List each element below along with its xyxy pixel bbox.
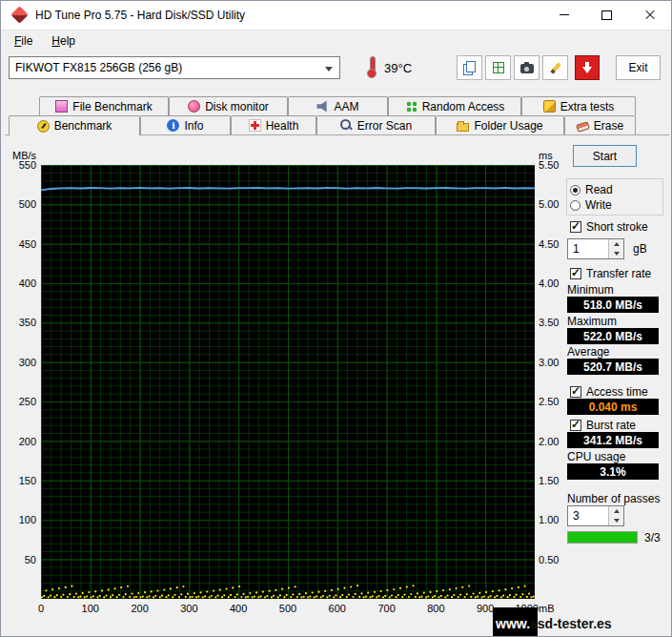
triangle-down-icon [614,519,620,523]
maximize-button[interactable] [585,1,628,29]
menu-help[interactable]: Help [46,32,81,50]
read-label: Read [585,183,613,196]
tab-aam[interactable]: AAM [288,96,388,115]
checkbox-icon [570,268,581,279]
temperature-readout: 39°C [384,61,412,75]
screenshot-button[interactable] [514,55,540,80]
tab-benchmark[interactable]: Benchmark [9,115,140,135]
gauge-icon [37,120,50,133]
passes-spinner[interactable]: 3 [567,505,624,526]
watermark-prefix: www. [496,616,530,631]
write-label: Write [585,198,612,212]
burst-rate-value: 341.2 MB/s [567,432,659,448]
menu-file[interactable]: File [9,32,38,50]
short-stroke-size-spinner[interactable]: 1 [567,238,624,259]
highlight-button[interactable] [542,55,568,80]
tab-random-access[interactable]: Random Access [388,96,521,115]
drive-select[interactable]: FIKWOT FX815 256GB (256 gB) [9,56,340,79]
short-stroke-label: Short stroke [586,220,648,234]
export-button[interactable] [485,55,511,80]
eraser-icon [576,121,590,133]
tab-label: Info [184,119,203,133]
tab-disk-monitor[interactable]: Disk monitor [169,96,288,115]
disk-monitor-icon [188,100,200,113]
tab-erase[interactable]: Erase [564,115,636,134]
hd-tune-window: HD Tune Pro 5.75 - Hard Disk/SSD Utility… [0,0,672,637]
copy-button[interactable] [457,55,482,80]
tab-health[interactable]: Health [231,115,316,134]
export-icon [493,62,504,73]
checkbox-icon [570,221,581,233]
triangle-down-icon [614,252,620,256]
tab-label: Folder Usage [474,119,542,133]
triangle-up-icon [614,242,620,246]
radio-icon [570,200,580,211]
access-time-value: 0.040 ms [567,399,659,415]
tab-info[interactable]: Info [140,115,231,134]
tab-error-scan[interactable]: Error Scan [316,115,436,134]
tab-folder-usage[interactable]: Folder Usage [436,115,564,134]
x-axis-tick: 500 [267,603,309,614]
x-axis-tick: 800 [415,603,457,614]
x-axis-tick: 400 [217,603,259,614]
tab-label: AAM [334,100,358,113]
tab-label: Erase [594,119,623,133]
exit-button[interactable]: Exit [616,55,661,80]
thermometer-bulb [367,69,377,78]
x-axis-tick: 700 [366,603,408,614]
burst-rate-label: Burst rate [586,419,636,432]
transfer-rate-label: Transfer rate [586,267,651,280]
tab-extra-tests[interactable]: Extra tests [521,96,636,115]
close-button[interactable] [628,1,671,29]
read-radio[interactable]: Read [570,183,613,196]
app-icon [10,6,28,23]
maximum-label: Maximum [567,315,617,328]
tab-file-benchmark[interactable]: File Benchmark [39,96,169,115]
health-cross-icon [249,119,261,132]
close-icon [644,10,656,21]
left-axis-tick: 250 [1,396,36,407]
access-time-label: Access time [586,385,648,399]
watermark: www.ssd-tester.es [496,616,612,631]
passes-progressbar [567,531,638,544]
tab-label: Error Scan [357,119,412,133]
write-radio[interactable]: Write [570,198,612,212]
drive-select-value: FIKWOT FX815 256GB (256 gB) [15,61,182,74]
maximize-icon [601,10,612,20]
left-axis-unit: MB/s [12,150,37,161]
average-label: Average [567,345,609,359]
info-icon [167,119,179,132]
passes-count: 3/3 [644,531,661,545]
x-axis-tick: 300 [168,603,210,614]
left-axis-tick: 300 [1,357,36,368]
triangle-up-icon [614,509,620,513]
access-time-checkbox[interactable]: Access time [570,385,648,399]
cpu-usage-label: CPU usage [567,450,625,463]
thermometer-icon [367,56,377,79]
camera-icon [520,64,534,73]
spinner-down-button[interactable] [608,516,623,525]
transfer-rate-checkbox[interactable]: Transfer rate [570,267,651,280]
spinner-value: 3 [573,509,580,523]
chevron-down-icon [325,67,333,72]
passes-progress-fill [568,532,637,543]
extra-tests-icon [543,100,556,113]
speaker-icon [316,100,329,113]
folder-icon [457,123,469,132]
benchmark-plot [41,165,535,599]
minimize-button[interactable] [542,1,585,29]
left-axis-tick: 500 [1,198,36,210]
start-button[interactable]: Start [573,145,637,167]
x-axis-tick: 200 [119,603,161,614]
spinner-value: 1 [573,242,580,256]
spinner-down-button[interactable] [608,249,623,258]
watermark-domain: ssd-tester.es [530,616,612,631]
short-stroke-unit: gB [633,242,647,256]
short-stroke-checkbox[interactable]: Short stroke [570,220,648,234]
window-title: HD Tune Pro 5.75 - Hard Disk/SSD Utility [35,9,245,22]
burst-rate-checkbox[interactable]: Burst rate [570,419,636,432]
transfer-rate-line [41,188,535,190]
radio-icon [570,185,580,195]
download-button[interactable] [575,55,600,80]
average-value: 520.7 MB/s [567,359,659,375]
